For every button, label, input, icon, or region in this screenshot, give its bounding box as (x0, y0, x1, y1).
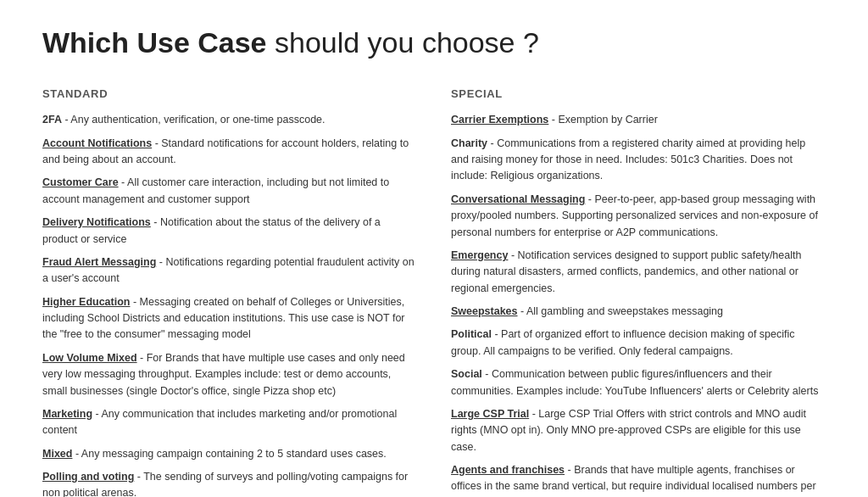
entry-name[interactable]: Marketing (42, 408, 92, 420)
title-bold: Which Use Case (42, 26, 267, 59)
entry-text: - All gambling and sweepstakes messaging (518, 305, 724, 317)
entry-name[interactable]: Low Volume Mixed (42, 352, 137, 364)
list-item: Polling and voting - The sending of surv… (42, 469, 417, 497)
entry-name[interactable]: Higher Education (42, 296, 130, 308)
list-item: 2FA - Any authentication, verification, … (42, 112, 417, 128)
entry-name: Political (451, 328, 492, 340)
entry-name: Charity (451, 137, 487, 149)
entry-text: - Part of organized effort to influence … (451, 328, 795, 356)
list-item: Social - Communication between public fi… (451, 366, 826, 399)
list-item: Mixed - Any messaging campaign containin… (42, 446, 417, 462)
columns-container: STANDARD 2FA - Any authentication, verif… (42, 86, 826, 497)
list-item: Sweepstakes - All gambling and sweepstak… (451, 304, 826, 320)
list-item: Large CSP Trial - Large CSP Trial Offers… (451, 406, 826, 455)
list-item: Low Volume Mixed - For Brands that have … (42, 350, 417, 399)
entry-name[interactable]: Polling and voting (42, 471, 134, 483)
list-item: Account Notifications - Standard notific… (42, 136, 417, 169)
entry-name[interactable]: Large CSP Trial (451, 408, 529, 420)
list-item: Customer Care - All customer care intera… (42, 175, 417, 208)
entry-name[interactable]: Carrier Exemptions (451, 114, 548, 126)
list-item: Fraud Alert Messaging - Notifications re… (42, 254, 417, 288)
standard-column: STANDARD 2FA - Any authentication, verif… (42, 86, 417, 497)
standard-entries: 2FA - Any authentication, verification, … (42, 112, 417, 497)
entry-text: - Communication between public figures/i… (451, 368, 818, 396)
list-item: Agents and franchises - Brands that have… (451, 462, 826, 497)
entry-text: - Any authentication, verification, or o… (62, 114, 326, 126)
entry-text: - Communications from a registered chari… (451, 137, 805, 182)
entry-name[interactable]: Sweepstakes (451, 305, 518, 317)
entry-text: - Exemption by Carrier (548, 114, 658, 126)
list-item: Emergency - Notification services design… (451, 248, 826, 297)
entry-name: Social (451, 368, 482, 380)
list-item: Marketing - Any communication that inclu… (42, 406, 417, 439)
entry-name[interactable]: Emergency (451, 249, 508, 261)
page: Which Use Case should you choose ? STAND… (0, 0, 868, 497)
list-item: Higher Education - Messaging created on … (42, 294, 417, 343)
special-heading: SPECIAL (451, 86, 826, 103)
entry-name[interactable]: Agents and franchises (451, 464, 565, 476)
special-column: SPECIAL Carrier Exemptions - Exemption b… (451, 86, 826, 497)
entry-name: 2FA (42, 114, 62, 126)
list-item: Political - Part of organized effort to … (451, 327, 826, 360)
title-rest: should you choose ? (267, 26, 539, 59)
entry-name[interactable]: Customer Care (42, 176, 119, 188)
list-item: Carrier Exemptions - Exemption by Carrie… (451, 112, 826, 128)
page-title: Which Use Case should you choose ? (42, 25, 826, 60)
standard-heading: STANDARD (42, 86, 417, 103)
entry-name[interactable]: Conversational Messaging (451, 193, 585, 205)
special-entries: Carrier Exemptions - Exemption by Carrie… (451, 112, 826, 497)
entry-text: - Any communication that includes market… (42, 408, 397, 436)
list-item: Charity - Communications from a register… (451, 136, 826, 185)
entry-name[interactable]: Mixed (42, 448, 72, 460)
entry-name[interactable]: Delivery Notifications (42, 216, 151, 228)
entry-name[interactable]: Fraud Alert Messaging (42, 256, 156, 268)
list-item: Delivery Notifications - Notification ab… (42, 215, 417, 248)
entry-text: - Any messaging campaign containing 2 to… (72, 448, 386, 460)
list-item: Conversational Messaging - Peer-to-peer,… (451, 192, 826, 241)
entry-name[interactable]: Account Notifications (42, 137, 152, 149)
